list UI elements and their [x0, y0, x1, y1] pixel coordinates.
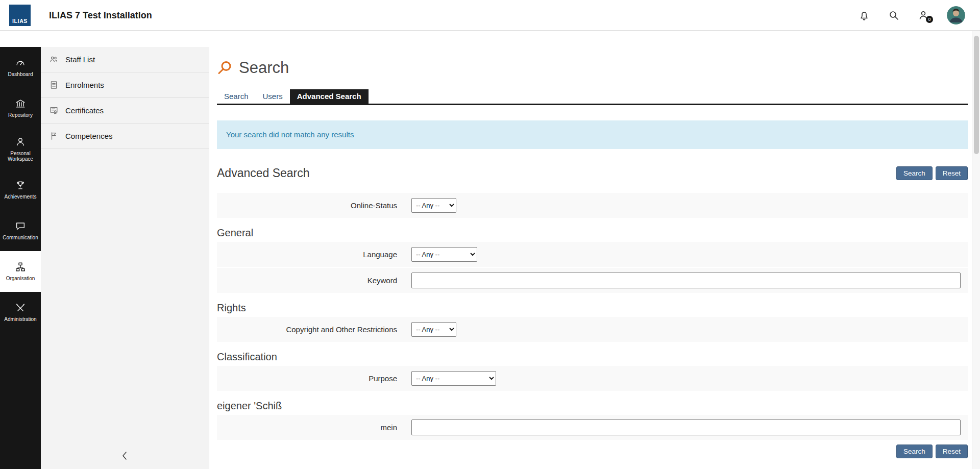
page-header: Search [217, 59, 968, 77]
form-header: Advanced Search Search Reset [217, 166, 968, 180]
ilias-logo[interactable]: ILIAS [9, 5, 31, 26]
sidebar-item-label: Certificates [65, 106, 104, 115]
section-title-general: General [217, 226, 968, 240]
sidebar-item-label: Staff List [65, 55, 95, 64]
online-status-select[interactable]: -- Any -- [411, 198, 456, 213]
field-label: Online-Status [217, 201, 397, 210]
section-title-rights: Rights [217, 301, 968, 315]
mainbar-label: Communication [3, 235, 38, 241]
user-avatar[interactable] [947, 6, 965, 24]
reset-button-top[interactable]: Reset [936, 166, 968, 180]
main-navigation-bar: Dashboard Repository Personal Workspace … [0, 47, 41, 469]
field-label: Purpose [217, 374, 397, 383]
tab-advanced-search[interactable]: Advanced Search [290, 89, 369, 104]
mainbar-item-communication[interactable]: Communication [0, 210, 41, 251]
administration-icon [15, 302, 26, 313]
tab-users[interactable]: Users [256, 89, 290, 104]
staff-list-icon [49, 55, 59, 64]
enrolments-icon [49, 80, 59, 90]
form-row-online-status: Online-Status -- Any -- [217, 193, 968, 218]
form-row-purpose: Purpose -- Any -- [217, 366, 968, 391]
installation-title: ILIAS 7 Test Installation [49, 0, 152, 31]
section-title-custom: eigener 'Schiß [217, 399, 968, 413]
copyright-select[interactable]: -- Any -- [411, 322, 456, 337]
sidebar-item-enrolments[interactable]: Enrolments [41, 72, 209, 98]
sidebar-item-label: Enrolments [65, 81, 104, 89]
mein-input[interactable] [411, 419, 961, 435]
sidebar-item-certificates[interactable]: Certificates [41, 98, 209, 124]
mainbar-item-dashboard[interactable]: Dashboard [0, 47, 41, 88]
sidebar-item-staff-list[interactable]: Staff List [41, 47, 209, 72]
mainbar-item-repository[interactable]: Repository [0, 88, 41, 129]
search-icon[interactable] [888, 9, 900, 21]
form-row-language: Language -- Any -- [217, 242, 968, 267]
vertical-scrollbar[interactable] [972, 31, 980, 469]
mainbar-item-organisation[interactable]: Organisation [0, 251, 41, 292]
who-is-online-icon[interactable]: 0 [917, 9, 929, 21]
form-row-keyword: Keyword [217, 268, 968, 293]
main-content: Search Search Users Advanced Search Your… [209, 47, 968, 469]
search-page-icon [217, 60, 232, 76]
field-label: Language [217, 250, 397, 259]
form-footer-buttons: Search Reset [217, 445, 968, 458]
form-header-buttons: Search Reset [896, 166, 968, 180]
mainbar-item-personal-workspace[interactable]: Personal Workspace [0, 129, 41, 169]
mainbar-label: Dashboard [8, 71, 33, 78]
organisation-icon [15, 261, 26, 273]
sidebar-item-label: Competences [65, 132, 113, 140]
language-select[interactable]: -- Any -- [411, 247, 477, 262]
keyword-input[interactable] [411, 273, 961, 288]
who-is-online-badge: 0 [926, 16, 933, 23]
sidebar-item-competences[interactable]: Competences [41, 124, 209, 149]
mainbar-item-administration[interactable]: Administration [0, 292, 41, 333]
info-message: Your search did not match any results [217, 120, 968, 149]
mainbar-label: Administration [4, 316, 36, 323]
achievements-icon [15, 180, 26, 191]
tab-bar: Search Users Advanced Search [217, 89, 968, 105]
bell-icon[interactable] [858, 9, 870, 21]
chevron-left-icon [119, 450, 131, 462]
sidebar-collapse-button[interactable] [41, 447, 209, 465]
dashboard-icon [15, 57, 26, 68]
scrollbar-thumb[interactable] [974, 36, 979, 154]
tab-search[interactable]: Search [217, 89, 256, 104]
search-button-top[interactable]: Search [896, 166, 933, 180]
personal-workspace-icon [15, 136, 26, 147]
field-label: mein [217, 423, 397, 432]
communication-icon [15, 220, 26, 232]
mainbar-label: Organisation [6, 276, 35, 282]
page-title: Search [239, 59, 289, 77]
repository-icon [15, 98, 26, 109]
field-label: Copyright and Other Restrictions [217, 325, 397, 334]
purpose-select[interactable]: -- Any -- [411, 371, 496, 386]
form-row-copyright: Copyright and Other Restrictions -- Any … [217, 317, 968, 342]
mainbar-label: Achievements [5, 194, 37, 200]
form-row-mein: mein [217, 415, 968, 440]
reset-button-bottom[interactable]: Reset [936, 445, 968, 458]
search-button-bottom[interactable]: Search [896, 445, 933, 458]
ilias-logo-text: ILIAS [12, 18, 28, 24]
competences-icon [49, 131, 59, 141]
certificates-icon [49, 106, 59, 115]
topbar-actions: 0 [858, 0, 965, 31]
section-title-classification: Classification [217, 350, 968, 364]
mainbar-label: Repository [8, 112, 33, 118]
mainbar-item-achievements[interactable]: Achievements [0, 169, 41, 210]
field-label: Keyword [217, 276, 397, 285]
mainbar-label: Personal Workspace [2, 151, 39, 162]
tools-sidebar: Staff List Enrolments Certificates Compe… [41, 47, 209, 469]
form-title: Advanced Search [217, 166, 310, 180]
top-bar: ILIAS ILIAS 7 Test Installation 0 [0, 0, 980, 31]
